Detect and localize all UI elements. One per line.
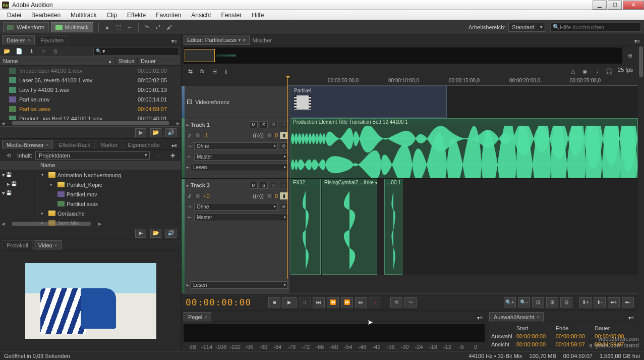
track-expand-icon[interactable]: ▸ xyxy=(187,283,189,287)
volume-value[interactable]: +0 xyxy=(203,193,210,199)
input-select[interactable]: Ohne xyxy=(194,203,278,211)
zoom-full-icon[interactable]: ⊡ xyxy=(532,297,544,307)
volume-knob[interactable] xyxy=(194,132,201,139)
video-clip[interactable]: Partikel xyxy=(290,86,447,118)
snap2-icon[interactable]: ◉ xyxy=(580,67,590,76)
tree-item[interactable]: Partikel.mov xyxy=(37,189,181,199)
mode-waveform-button[interactable]: Wellenform xyxy=(3,22,49,32)
file-row[interactable]: Partikel.mov00:00:14:01 xyxy=(0,94,181,104)
solo-button[interactable]: S xyxy=(260,182,268,189)
audio-clip[interactable]: Production Element Title Transition Bed … xyxy=(290,118,638,178)
close-icon[interactable]: × xyxy=(243,37,246,43)
pan-value[interactable]: 0 xyxy=(275,132,278,138)
auswahl-start[interactable]: 00:00:00:00 xyxy=(516,333,556,339)
file-row[interactable]: Partikel.sesx00:04:59:07 xyxy=(0,104,181,114)
track-fx-icon[interactable]: fx xyxy=(197,67,207,76)
file-row[interactable]: Product...ion Bed 12 44100 1.wav00:00:40… xyxy=(0,114,181,120)
tab-dateien[interactable]: Dateien× xyxy=(2,35,35,45)
files-loop-button[interactable]: 📂 xyxy=(150,128,161,137)
output-select[interactable]: Master xyxy=(194,214,288,221)
zoom-out-icon[interactable]: 🔍- xyxy=(518,297,530,307)
menu-fenster[interactable]: Fenster xyxy=(216,11,247,20)
zoom-in-icon[interactable]: 🔍+ xyxy=(504,297,516,307)
col-status[interactable]: Status xyxy=(115,57,138,65)
automation-select[interactable]: Lesen xyxy=(191,281,288,289)
ansicht-start[interactable]: 00:00:00:00 xyxy=(516,341,556,347)
tree-col-name[interactable]: Name xyxy=(37,161,181,170)
forward-button[interactable]: ⏩ xyxy=(341,297,353,307)
tab-marker[interactable]: Marker xyxy=(96,140,122,149)
record-button[interactable]: R xyxy=(270,121,278,128)
window-maximize-button[interactable]: ☐ xyxy=(608,1,622,10)
panel-menu-icon[interactable]: ▾≡ xyxy=(632,37,642,45)
output-select[interactable]: Master xyxy=(194,153,288,161)
fx-bypass-icon[interactable]: ⊘ xyxy=(280,203,288,210)
track-expand-icon[interactable]: ▸ xyxy=(187,123,189,127)
tool-razor-icon[interactable]: ✂ xyxy=(142,23,152,32)
file-row[interactable]: Laser 06, reverb 44100 1.wav00:00:02:05 xyxy=(0,75,181,85)
menu-bearbeiten[interactable]: Bearbeiten xyxy=(26,11,66,20)
window-close-button[interactable]: ✕ xyxy=(623,1,644,10)
menu-effekte[interactable]: Effekte xyxy=(122,11,151,20)
open-file-icon[interactable]: 📂 xyxy=(3,46,12,56)
tool-select-icon[interactable]: ⬚ xyxy=(113,23,124,32)
expand-icon[interactable]: ▸ xyxy=(41,211,46,216)
fx-bypass-icon[interactable]: ⊘ xyxy=(280,142,288,149)
tab-editor[interactable]: Editor: Partikel.sesx ▾ × xyxy=(184,35,250,45)
goto-end-button[interactable]: ⏭ xyxy=(355,297,367,307)
col-name[interactable]: Name▲ xyxy=(0,57,115,65)
menu-datei[interactable]: Datei xyxy=(2,11,26,20)
monitor-button[interactable]: I xyxy=(280,121,288,128)
tab-pegel[interactable]: Pegel× xyxy=(184,312,211,322)
close-file-icon[interactable]: ✕ xyxy=(39,46,48,56)
help-search-input[interactable] xyxy=(560,24,638,30)
automation-select[interactable]: Lesen xyxy=(191,164,288,171)
menu-clip[interactable]: Clip xyxy=(101,11,122,20)
snap-icon[interactable]: △ xyxy=(568,67,578,76)
mb-autoplay-button[interactable]: 🔊 xyxy=(165,229,177,238)
input-select[interactable]: Ohne xyxy=(194,142,278,150)
close-icon[interactable]: × xyxy=(28,38,30,43)
record-button[interactable]: R xyxy=(270,182,278,189)
panel-menu-icon[interactable]: ▾≡ xyxy=(169,37,179,45)
tree-item[interactable]: ▸Partikel_Kopie xyxy=(37,180,181,189)
zoom-in-h-icon[interactable]: ⬌+ xyxy=(608,297,620,307)
zoom-sel-icon[interactable]: ⊞ xyxy=(546,297,558,307)
editor-vscroll[interactable] xyxy=(638,45,644,351)
menu-ansicht[interactable]: Ansicht xyxy=(186,11,216,20)
timecode-display[interactable]: 00:00:00:00 xyxy=(186,297,251,307)
files-autoplay-button[interactable]: 🔊 xyxy=(165,128,177,137)
mb-add-icon[interactable]: ✚ xyxy=(167,151,178,160)
tab-favoriten[interactable]: Favoriten xyxy=(36,35,68,45)
audio-clip[interactable]: RisingCymbal2 ...ärke ▾ xyxy=(322,179,377,275)
drive-item[interactable]: ▾💾 xyxy=(0,188,37,197)
monitor-button[interactable]: I xyxy=(280,182,288,189)
pan-knob[interactable] xyxy=(266,192,273,199)
tab-eigenschaften[interactable]: Eigenschafte xyxy=(123,140,164,149)
tab-auswahl[interactable]: Auswahl/Ansicht× xyxy=(489,312,544,322)
tree-item[interactable]: ▸Jazz Mix xyxy=(37,218,181,228)
tab-media-browser[interactable]: Media-Browser× xyxy=(2,140,53,149)
tree-item[interactable]: ▸Geräusche xyxy=(37,209,181,218)
tab-effekte-rack[interactable]: Effekte-Rack xyxy=(54,140,95,149)
volume-knob[interactable] xyxy=(194,192,201,199)
audio-clip[interactable]: FX32 xyxy=(290,179,321,275)
drive-item[interactable]: ▾💾 xyxy=(0,170,37,179)
track-expand-icon[interactable]: ▸ xyxy=(187,165,189,170)
skip-button[interactable]: ⤳ xyxy=(404,297,417,307)
track-expand-icon[interactable]: ▸ xyxy=(187,183,189,188)
mb-up-icon[interactable]: ← xyxy=(153,151,163,160)
metro-icon[interactable]: ♩ xyxy=(592,67,602,76)
menu-hilfe[interactable]: Hilfe xyxy=(247,11,269,20)
zoom-in-v-icon[interactable]: ⬍+ xyxy=(579,297,592,307)
panel-menu-icon[interactable]: ▾≡ xyxy=(626,314,636,322)
tab-mischer[interactable]: Mischer xyxy=(250,36,275,45)
inhalt-select[interactable]: Projektdaten xyxy=(35,151,150,160)
goto-start-button[interactable]: ⏮ xyxy=(313,297,325,307)
tool-slip-icon[interactable]: ⇄ xyxy=(153,23,163,32)
solo-button[interactable]: S xyxy=(260,121,268,128)
expand-icon[interactable]: ▸ xyxy=(41,221,46,225)
tree-item[interactable]: Partikel.sesx xyxy=(37,199,181,209)
tool-timesel-icon[interactable]: ↔ xyxy=(125,23,135,32)
chevron-down-icon[interactable]: ▾ xyxy=(239,38,241,42)
